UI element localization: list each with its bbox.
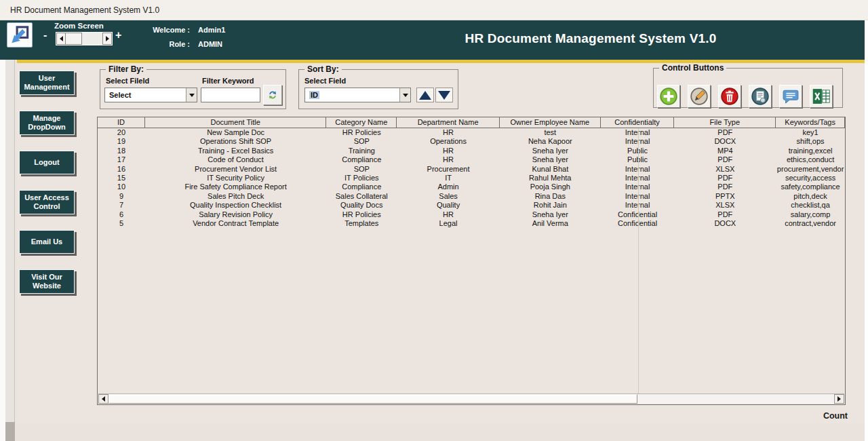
table-cell: PDF bbox=[674, 155, 776, 164]
table-body: 20New Sample DocHR PoliciesHRtestInterna… bbox=[98, 128, 845, 228]
notes-button[interactable] bbox=[779, 85, 802, 108]
table-cell: Vendor Contract Template bbox=[145, 219, 327, 228]
collapse-ribbon-button[interactable] bbox=[7, 22, 33, 47]
table-cell: Sneha Iyer bbox=[500, 147, 601, 155]
table-cell: HR Policies bbox=[326, 210, 397, 219]
table-cell: Operations bbox=[397, 137, 500, 146]
table-row[interactable]: 15IT Security PolicyIT PoliciesITRahul M… bbox=[98, 174, 845, 183]
edit-button[interactable] bbox=[688, 85, 711, 108]
add-button[interactable] bbox=[657, 85, 680, 108]
zoom-in-button[interactable]: + bbox=[115, 29, 121, 41]
table-cell: Salary Revision Policy bbox=[145, 210, 327, 219]
filter-dropdown-arrow-button[interactable] bbox=[186, 88, 197, 102]
table-cell: Quality bbox=[397, 201, 500, 210]
refresh-button[interactable] bbox=[263, 85, 282, 105]
table-cell: Sneha Iyer bbox=[500, 210, 601, 219]
table-cell: Sales Collateral bbox=[326, 192, 397, 201]
scroll-right-arrow[interactable] bbox=[834, 394, 844, 404]
table-cell: SOP bbox=[326, 165, 397, 174]
sidebar-item-manage-dropdown[interactable]: Manage DropDown bbox=[19, 111, 75, 135]
zoom-scroll-right-arrow[interactable] bbox=[102, 33, 112, 45]
welcome-value: Admin1 bbox=[198, 26, 225, 34]
table-cell: MP4 bbox=[674, 147, 776, 155]
sidebar-item-email-us[interactable]: Email Us bbox=[19, 230, 75, 254]
scrollbar-thumb[interactable] bbox=[108, 394, 637, 404]
table-cell: HR bbox=[397, 210, 500, 219]
table-row[interactable]: 10Fire Safety Compliance ReportComplianc… bbox=[98, 183, 845, 191]
table-row[interactable]: 6Salary Revision PolicyHR PoliciesHRSneh… bbox=[98, 210, 845, 219]
table-cell: Kunal Bhat bbox=[500, 165, 601, 174]
table-cell: 9 bbox=[98, 192, 145, 201]
table-row[interactable]: 7Quality Inspection ChecklistQuality Doc… bbox=[98, 201, 845, 210]
filter-keyword-input[interactable] bbox=[201, 88, 260, 102]
table-cell: Neha Kapoor bbox=[500, 137, 601, 146]
table-row[interactable]: 9Sales Pitch DeckSales CollateralSalesRi… bbox=[98, 192, 845, 201]
zoom-scrollbar-thumb[interactable] bbox=[66, 33, 82, 45]
triangle-right-icon bbox=[106, 36, 109, 41]
triangle-up-icon bbox=[419, 91, 431, 100]
table-cell: Compliance bbox=[326, 155, 397, 164]
table-row[interactable]: 17Code of ConductComplianceHRSneha IyerP… bbox=[98, 155, 845, 164]
sort-ascending-button[interactable] bbox=[416, 88, 434, 102]
table-cell: contract,vendor bbox=[776, 219, 845, 228]
delete-button[interactable] bbox=[718, 85, 741, 108]
sort-dropdown-arrow-button[interactable] bbox=[399, 88, 410, 102]
table-cell: key1 bbox=[776, 128, 845, 137]
table-cell: PDF bbox=[674, 174, 776, 183]
table-cell: Fire Safety Compliance Report bbox=[145, 183, 327, 191]
table-cell: pitch,deck bbox=[776, 192, 845, 201]
sort-group-legend: Sort By: bbox=[304, 64, 342, 74]
table-cell: Rohit Jain bbox=[500, 201, 601, 210]
table-cell: 17 bbox=[98, 155, 145, 164]
sort-descending-button[interactable] bbox=[435, 88, 453, 102]
scroll-left-arrow[interactable] bbox=[98, 394, 108, 404]
table-cell: IT bbox=[397, 174, 500, 183]
zoom-scroll-left-arrow[interactable] bbox=[56, 33, 66, 45]
trash-circle-icon bbox=[720, 87, 739, 106]
table-cell: security,access bbox=[776, 174, 845, 183]
table-row[interactable]: 5Vendor Contract TemplateTemplatesLegalA… bbox=[98, 219, 845, 228]
sort-field-dropdown[interactable]: ID bbox=[304, 88, 411, 102]
left-pane-strip bbox=[5, 60, 15, 441]
column-header: Confidentialty bbox=[601, 117, 675, 128]
table-cell: HR bbox=[397, 155, 500, 164]
zoom-scrollbar[interactable] bbox=[56, 32, 113, 45]
table-cell: 6 bbox=[98, 210, 145, 219]
note-icon bbox=[781, 87, 800, 106]
table-cell: Procurement bbox=[397, 165, 500, 174]
table-row[interactable]: 18Training - Excel BasicsTrainingHRSneha… bbox=[98, 147, 845, 155]
zoom-out-button[interactable]: - bbox=[43, 29, 47, 41]
table-cell: Code of Conduct bbox=[145, 155, 327, 164]
sidebar-item-logout[interactable]: Logout bbox=[19, 151, 75, 174]
window-titlebar: HR Document Management System V1.0 bbox=[0, 0, 868, 20]
sidebar-item-user-management[interactable]: User Management bbox=[19, 71, 75, 95]
table-cell: XLSX bbox=[674, 165, 776, 174]
horizontal-scrollbar[interactable] bbox=[98, 394, 844, 404]
sidebar-item-visit-our-website[interactable]: Visit Our Website bbox=[19, 269, 75, 294]
excel-icon bbox=[812, 87, 831, 106]
table-row[interactable]: 19Operations Shift SOPSOPOperationsNeha … bbox=[98, 137, 845, 146]
table-cell: Training - Excel Basics bbox=[145, 147, 327, 155]
table-row[interactable]: 20New Sample DocHR PoliciesHRtestInterna… bbox=[98, 128, 845, 137]
sort-field-label: Select Field bbox=[304, 77, 346, 85]
sidebar-item-user-access-control[interactable]: User Access Control bbox=[19, 190, 75, 214]
zoom-scrollbar-track[interactable] bbox=[82, 33, 102, 45]
document-circle-icon bbox=[751, 87, 770, 106]
export-excel-button[interactable] bbox=[810, 85, 833, 108]
report-button[interactable] bbox=[749, 85, 772, 108]
filter-field-dropdown[interactable]: Select bbox=[104, 88, 197, 102]
control-buttons-group: Control Buttons bbox=[653, 68, 843, 108]
triangle-down-icon bbox=[438, 91, 450, 100]
app-window: HR Document Management System V1.0 Zoom … bbox=[0, 0, 868, 441]
table-cell: 7 bbox=[98, 201, 145, 210]
table-cell: Templates bbox=[326, 219, 397, 228]
table-cell: 15 bbox=[98, 174, 145, 183]
table-header-row: IDDocument TitleCategory NameDepartment … bbox=[98, 117, 845, 128]
documents-table: IDDocument TitleCategory NameDepartment … bbox=[97, 117, 846, 405]
table-cell: Pooja Singh bbox=[500, 183, 601, 191]
table-row[interactable]: 16Procurement Vendor ListSOPProcurementK… bbox=[98, 165, 845, 174]
table-cell: XLSX bbox=[674, 201, 776, 210]
table-cell: ethics,conduct bbox=[776, 155, 845, 164]
table-cell: Rina Das bbox=[500, 192, 601, 201]
table-cell: 5 bbox=[98, 219, 145, 228]
